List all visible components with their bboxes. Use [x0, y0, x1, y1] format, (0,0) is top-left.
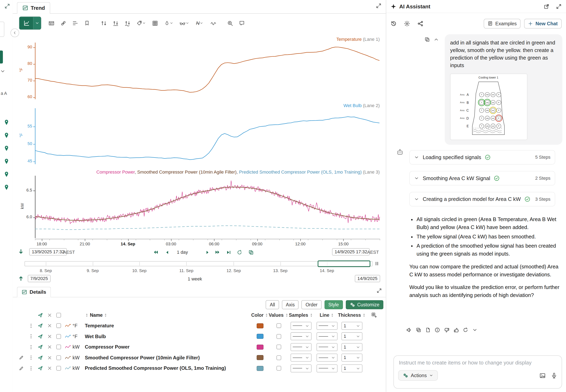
line-style-dropdown[interactable]	[317, 333, 338, 340]
color-swatch[interactable]	[256, 366, 263, 371]
edit-formula-icon[interactable]	[15, 366, 27, 371]
samples-dropdown[interactable]	[291, 333, 311, 340]
chat-input[interactable]	[398, 359, 559, 366]
remove-item-icon[interactable]	[45, 355, 54, 360]
step-forward-button[interactable]	[202, 248, 212, 256]
row-checkbox[interactable]	[56, 366, 61, 371]
thickness-dropdown[interactable]: 1	[341, 343, 363, 351]
investigate-duration-label[interactable]: 1 week	[188, 276, 202, 281]
row-checkbox[interactable]	[56, 334, 61, 339]
collapse-sidebar-button[interactable]	[10, 28, 19, 37]
copy-range-button[interactable]	[246, 248, 256, 256]
info-icon[interactable]	[433, 326, 441, 334]
row-checkbox[interactable]	[56, 323, 61, 328]
chevron-down-icon[interactable]	[471, 326, 479, 334]
filter-axis-button[interactable]: Axis	[282, 300, 298, 309]
row-checkbox[interactable]	[56, 345, 61, 349]
thumbs-up-icon[interactable]	[452, 326, 460, 334]
chevron-down-icon[interactable]	[414, 176, 419, 181]
toolbar-sort-axes-icon[interactable]	[110, 18, 121, 28]
column-color[interactable]: Color	[251, 312, 263, 318]
row-name[interactable]: Predicted Smoothed Compressor Power (OLS…	[85, 366, 251, 371]
history-icon[interactable]	[391, 20, 397, 27]
customize-button[interactable]: Customize	[346, 300, 383, 309]
send-to-trend-icon[interactable]	[35, 334, 45, 339]
range-start-input[interactable]: 13/9/2025 17:32	[29, 248, 67, 255]
fast-backward-button[interactable]	[151, 248, 160, 256]
step-backward-button[interactable]	[162, 248, 172, 256]
thickness-dropdown[interactable]: 1	[341, 322, 363, 330]
style-button[interactable]: Style	[325, 300, 343, 309]
share-icon[interactable]	[417, 20, 423, 27]
send-to-trend-icon[interactable]	[35, 323, 45, 329]
pinned-item-icon[interactable]	[3, 132, 10, 139]
toolbar-gridlines-icon[interactable]	[149, 18, 160, 28]
lane-1-plot[interactable]	[35, 43, 380, 99]
row-name[interactable]: Wet Bulb	[85, 334, 251, 339]
pinned-item-icon[interactable]	[3, 171, 10, 178]
investigate-start-input[interactable]: 7/9/2025	[28, 275, 50, 282]
regenerate-icon[interactable]	[461, 326, 470, 334]
step-group-3[interactable]: Creating a prediction model for Area C k…	[409, 192, 555, 206]
read-aloud-icon[interactable]	[405, 326, 413, 334]
row-name[interactable]: Temperature	[85, 323, 251, 329]
toolbar-bookmark-icon[interactable]	[82, 18, 92, 28]
tab-details[interactable]: Details	[17, 287, 51, 297]
row-name[interactable]: Smoothed Compressor Power (10min Agile F…	[85, 355, 251, 360]
add-column-icon[interactable]	[364, 312, 384, 318]
examples-button[interactable]: Examples	[484, 19, 521, 28]
line-style-dropdown[interactable]	[317, 322, 338, 330]
pinned-item-icon[interactable]	[3, 184, 10, 191]
expand-details-icon[interactable]	[376, 288, 382, 294]
thumbs-down-icon[interactable]	[443, 326, 451, 334]
open-in-new-icon[interactable]	[544, 3, 549, 9]
toolbar-zoom-icon[interactable]	[225, 18, 235, 28]
toolbar-table-icon[interactable]	[46, 18, 57, 28]
column-thickness[interactable]: Thickness	[338, 312, 361, 318]
line-style-dropdown[interactable]	[317, 343, 338, 351]
scrubber-selection-window[interactable]	[317, 260, 370, 267]
send-to-trend-icon[interactable]	[35, 366, 45, 371]
new-chat-button[interactable]: New Chat	[524, 19, 562, 28]
jump-to-end-button[interactable]	[224, 248, 233, 256]
thickness-dropdown[interactable]: 1	[341, 364, 363, 372]
row-menu-icon[interactable]	[27, 355, 35, 360]
step-group-2[interactable]: Smoothing Area C kW Signal2 Steps	[409, 171, 555, 186]
remove-item-icon[interactable]	[45, 334, 54, 339]
send-to-trend-icon[interactable]	[35, 355, 45, 360]
select-all-checkbox[interactable]	[56, 313, 61, 317]
filter-all-button[interactable]: All	[266, 300, 279, 309]
samples-dropdown[interactable]	[291, 364, 311, 372]
series-compressor-power[interactable]	[35, 181, 380, 224]
color-swatch[interactable]	[256, 355, 263, 360]
expand-workbench-icon[interactable]	[4, 3, 10, 9]
row-menu-icon[interactable]	[27, 366, 35, 371]
series-wet-bulb[interactable]	[35, 117, 380, 160]
expand-ai-panel-icon[interactable]	[556, 3, 562, 9]
line-style-dropdown[interactable]	[317, 364, 338, 372]
range-duration-label[interactable]: 1 day	[177, 250, 188, 255]
step-group-1[interactable]: Loading specified signals5 Steps	[409, 150, 555, 165]
gear-icon[interactable]	[404, 20, 410, 27]
column-name[interactable]: Name	[90, 312, 103, 318]
color-swatch[interactable]	[256, 323, 263, 328]
chevron-down-icon[interactable]	[414, 155, 419, 160]
chart-area[interactable]: Temperature (Lane 1) Wet Bulb (Lane 2) C…	[13, 32, 386, 249]
pinned-item-icon[interactable]	[3, 158, 10, 165]
samples-dropdown[interactable]	[291, 354, 311, 362]
thickness-dropdown[interactable]: 1	[341, 354, 363, 362]
toolbar-review-icon[interactable]	[177, 18, 191, 28]
row-menu-icon[interactable]	[27, 334, 35, 339]
display-mode-button[interactable]	[19, 16, 41, 29]
values-checkbox[interactable]	[276, 334, 281, 339]
series-predicted-smoothed-compressor-power-ols-1mo-training-[interactable]	[35, 226, 380, 230]
copy-response-icon[interactable]	[414, 326, 423, 334]
refresh-range-button[interactable]	[235, 248, 244, 256]
scrubber-resize-icon[interactable]	[374, 261, 380, 266]
toolbar-sort-lanes-icon[interactable]	[98, 18, 109, 28]
toolbar-labels-icon[interactable]	[134, 18, 148, 28]
toolbar-stack-signals-icon[interactable]	[122, 18, 133, 28]
remove-all-icon[interactable]	[45, 313, 54, 317]
series-temperature[interactable]	[35, 47, 380, 92]
filter-order-button[interactable]: Order	[302, 300, 322, 309]
